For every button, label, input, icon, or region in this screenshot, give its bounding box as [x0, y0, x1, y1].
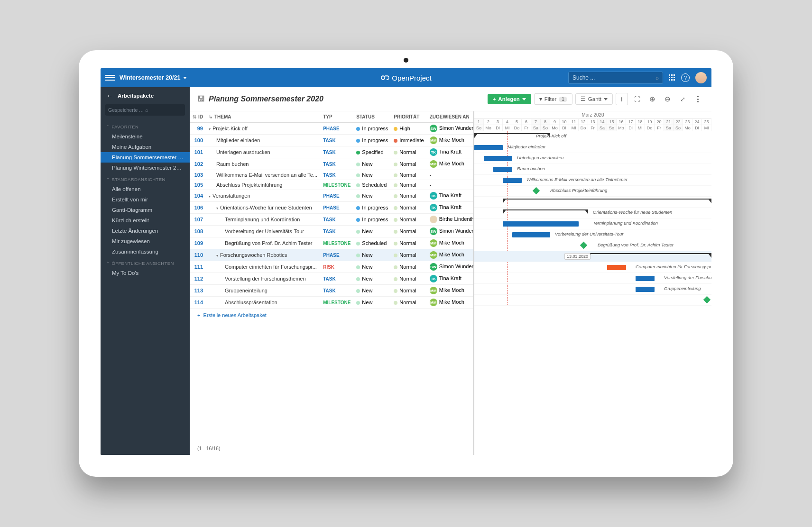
sidebar-item[interactable]: Letzte Änderungen [101, 226, 190, 236]
gantt-chart[interactable]: März 2020 123456789101112131415161718192… [474, 111, 711, 455]
sidebar-item[interactable]: Mir zugewiesen [101, 236, 190, 246]
wp-subject[interactable]: ▾Orientations-Woche für neue Studenten [206, 202, 320, 214]
wp-subject[interactable]: Abschlusspräsentation [206, 297, 320, 309]
gantt-row[interactable]: Willkommens E-Mail versenden an alle Tei… [474, 175, 711, 186]
gantt-row[interactable]: Vorbereitung der Universitäts-Tour [474, 229, 711, 240]
gantt-row[interactable]: Raum buchen [474, 164, 711, 175]
sidebar-item[interactable]: Zusammenfassung [101, 246, 190, 257]
table-row[interactable]: 103Willkommens E-Mail versenden an alle … [190, 170, 474, 180]
sidebar-item[interactable]: Erstellt von mir [101, 194, 190, 205]
gantt-bar[interactable] [636, 287, 655, 292]
wp-id[interactable]: 110 [190, 249, 206, 261]
sidebar-item[interactable]: Planung Sommersemester 2020 [101, 152, 190, 163]
table-row[interactable]: 104▾VeranstaltungenPHASENewNormalTKTina … [190, 190, 474, 202]
gantt-bar[interactable] [607, 265, 626, 270]
wp-id[interactable]: 114 [190, 297, 206, 309]
col-thema[interactable]: ↳THEMA [206, 111, 320, 123]
fit-icon[interactable]: ⤢ [676, 93, 689, 105]
wp-id[interactable]: 102 [190, 158, 206, 170]
wp-subject[interactable]: Willkommens E-Mail versenden an alle Te.… [206, 170, 320, 180]
zoom-in-icon[interactable]: ⊕ [646, 93, 658, 105]
table-row[interactable]: 100Mitglieder einladenTASKIn progressImm… [190, 135, 474, 146]
wp-id[interactable]: 103 [190, 170, 206, 180]
table-row[interactable]: 111Computer einrichten für Forschungspr.… [190, 261, 474, 273]
menu-icon[interactable] [105, 75, 115, 81]
wp-subject[interactable]: Begrüßung von Prof. Dr. Achim Tester [206, 237, 320, 249]
col-assignee[interactable]: ZUGEWIESEN AN [427, 111, 474, 123]
create-button[interactable]: + Anlegen [488, 94, 531, 104]
wp-subject[interactable]: Mitglieder einladen [206, 135, 320, 146]
save-icon[interactable]: 🖫 [197, 95, 205, 103]
gantt-row[interactable]: Orientations-Woche für neue Studenten [474, 208, 711, 218]
gantt-button[interactable]: ☰ Gantt [575, 93, 613, 105]
gantt-row[interactable]: Vorstellung der Forschungsthemen [474, 273, 711, 284]
global-search[interactable]: ⌕ [568, 72, 663, 84]
gantt-bar[interactable] [493, 167, 512, 172]
table-row[interactable]: 112Vorstellung der ForschungsthemenTASKN… [190, 273, 474, 285]
wp-subject[interactable]: ▾Projekt-Kick off [206, 123, 320, 135]
gantt-row[interactable] [474, 295, 711, 306]
table-row[interactable]: 106▾Orientations-Woche für neue Studente… [190, 202, 474, 214]
sidebar-item[interactable]: My To Do's [101, 268, 190, 278]
wp-id[interactable]: 111 [190, 261, 206, 273]
wp-subject[interactable]: Raum buchen [206, 158, 320, 170]
fullscreen-icon[interactable]: ⛶ [631, 93, 643, 105]
gantt-row[interactable] [474, 197, 711, 208]
sidebar-item[interactable]: Alle offenen [101, 184, 190, 194]
wp-id[interactable]: 106 [190, 202, 206, 214]
table-row[interactable]: 114AbschlusspräsentationMILESTONENewNorm… [190, 297, 474, 309]
wp-id[interactable]: 108 [190, 226, 206, 237]
brand-logo[interactable]: OpenProject [380, 73, 431, 82]
gantt-milestone[interactable] [703, 296, 711, 304]
gantt-row[interactable]: Mitglieder einladen [474, 142, 711, 153]
wp-id[interactable]: 101 [190, 146, 206, 158]
wp-subject[interactable]: ▾Veranstaltungen [206, 190, 320, 202]
wp-subject[interactable]: Gruppeneinteilung [206, 285, 320, 297]
gantt-bar[interactable] [503, 221, 579, 227]
gantt-row[interactable]: Begrüßung von Prof. Dr. Achim Tester [474, 240, 711, 251]
table-row[interactable]: 113GruppeneinteilungTASKNewNormalMMMike … [190, 285, 474, 297]
gantt-phase-bracket[interactable] [588, 253, 711, 260]
gantt-row[interactable]: Projekt-Kick off [474, 131, 711, 142]
gantt-row[interactable]: Terminplanung und Koordination [474, 218, 711, 229]
wp-id[interactable]: 104 [190, 190, 206, 202]
gantt-bar[interactable] [474, 145, 503, 150]
wp-subject[interactable]: Vorstellung der Forschungsthemen [206, 273, 320, 285]
sidebar-item[interactable]: Meine Aufgaben [101, 142, 190, 152]
zoom-out-icon[interactable]: ⊖ [661, 93, 674, 105]
gantt-row[interactable]: Computer einrichten für Forschungsprojek… [474, 262, 711, 273]
saved-views-search[interactable]: Gespeicherte Ansichten d... ⌕ [105, 104, 185, 116]
wp-subject[interactable]: Abschluss Projekteinführung [206, 180, 320, 190]
info-icon[interactable]: i [616, 93, 628, 105]
user-avatar[interactable] [695, 72, 707, 83]
wp-subject[interactable]: Computer einrichten für Forschungspr... [206, 261, 320, 273]
wp-id[interactable]: 100 [190, 135, 206, 146]
col-id[interactable]: ⇅ID [190, 111, 206, 123]
wp-id[interactable]: 109 [190, 237, 206, 249]
gantt-bar[interactable] [512, 232, 550, 237]
wp-subject[interactable]: Unterlagen ausdrucken [206, 146, 320, 158]
wp-subject[interactable]: ▾Forschungswochen Robotics [206, 249, 320, 261]
wp-id[interactable]: 105 [190, 180, 206, 190]
more-icon[interactable] [692, 93, 704, 105]
table-row[interactable]: 107Terminplanung und KoordinationTASKIn … [190, 214, 474, 226]
table-row[interactable]: 102Raum buchenTASKNewNormalMMMike Moch [190, 158, 474, 170]
table-row[interactable]: 109Begrüßung von Prof. Dr. Achim TesterM… [190, 237, 474, 249]
gantt-bar[interactable] [484, 156, 512, 161]
sidebar-group-title[interactable]: ⌃ STANDARDANSICHTEN [101, 173, 190, 184]
wp-id[interactable]: 113 [190, 285, 206, 297]
gantt-bar[interactable] [503, 178, 522, 183]
table-row[interactable]: 110▾Forschungswochen RoboticsPHASENewNor… [190, 249, 474, 261]
gantt-row[interactable]: Gruppeneinteilung [474, 284, 711, 295]
table-row[interactable]: 108Vorbereitung der Universitäts-TourTAS… [190, 226, 474, 237]
new-work-package-link[interactable]: + Erstelle neues Arbeitspaket [190, 309, 473, 322]
back-arrow-icon[interactable]: ← [106, 92, 113, 100]
gantt-row[interactable]: 13.03.2020 [474, 251, 711, 262]
gantt-row[interactable]: Abschluss Projekteinführung [474, 186, 711, 197]
project-selector[interactable]: Wintersemester 20/21 [120, 74, 187, 81]
search-input[interactable] [572, 74, 655, 81]
help-icon[interactable]: ? [681, 73, 690, 82]
wp-id[interactable]: 112 [190, 273, 206, 285]
wp-id[interactable]: 107 [190, 214, 206, 226]
sidebar-group-title[interactable]: ⌃ FAVORITEN [101, 120, 190, 131]
